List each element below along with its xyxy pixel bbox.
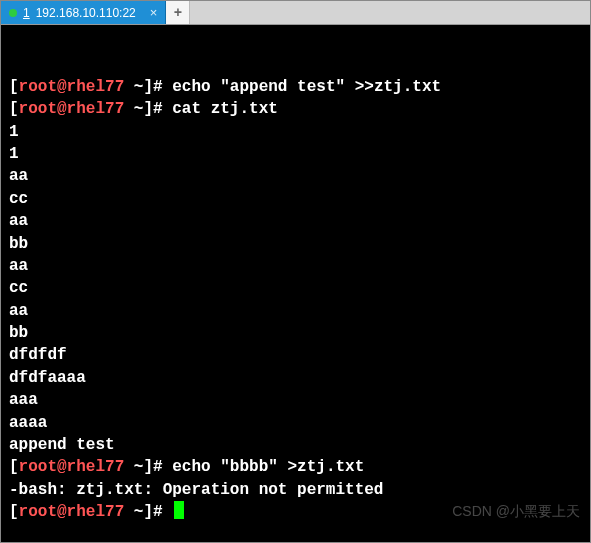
output-text: aaaa <box>9 412 47 434</box>
prompt-path: ~]# <box>124 456 172 478</box>
terminal-output-line: bb <box>9 233 582 255</box>
output-text: dfdfaaaa <box>9 367 86 389</box>
terminal-output-line: aaaa <box>9 412 582 434</box>
terminal-output-line: dfdfaaaa <box>9 367 582 389</box>
terminal-command-line: [root@rhel77 ~]# echo "append test" >>zt… <box>9 76 582 98</box>
prompt-userhost: root@rhel77 <box>19 456 125 478</box>
terminal-output-line: dfdfdf <box>9 344 582 366</box>
output-text: -bash: ztj.txt: Operation not permitted <box>9 479 383 501</box>
cursor-icon <box>174 501 184 519</box>
terminal-output-line: bb <box>9 322 582 344</box>
output-text: cc <box>9 277 28 299</box>
terminal-output-line: append test <box>9 434 582 456</box>
output-text: aa <box>9 300 28 322</box>
tab-number: 1 <box>23 6 30 20</box>
output-text: 1 <box>9 121 19 143</box>
terminal-output-line: cc <box>9 277 582 299</box>
prompt-path: ~]# <box>124 76 172 98</box>
output-text: aaa <box>9 389 38 411</box>
terminal-window: 1 192.168.10.110:22 × + [root@rhel77 ~]#… <box>0 0 591 543</box>
tab-session-1[interactable]: 1 192.168.10.110:22 × <box>1 1 166 24</box>
terminal-output-line: -bash: ztj.txt: Operation not permitted <box>9 479 582 501</box>
terminal-output-line: aa <box>9 210 582 232</box>
terminal-output[interactable]: [root@rhel77 ~]# echo "append test" >>zt… <box>1 25 590 542</box>
command-text: cat ztj.txt <box>172 98 278 120</box>
output-text: aa <box>9 255 28 277</box>
terminal-output-line: cc <box>9 188 582 210</box>
terminal-output-line: aa <box>9 255 582 277</box>
prompt-path: ~]# <box>124 98 172 120</box>
terminal-output-line: aa <box>9 165 582 187</box>
prompt-bracket-open: [ <box>9 76 19 98</box>
prompt-bracket-open: [ <box>9 456 19 478</box>
output-text: append test <box>9 434 115 456</box>
tab-title: 192.168.10.110:22 <box>36 6 136 20</box>
command-text: echo "bbbb" >ztj.txt <box>172 456 364 478</box>
terminal-output-line: aaa <box>9 389 582 411</box>
terminal-command-line: [root@rhel77 ~]# echo "bbbb" >ztj.txt <box>9 456 582 478</box>
output-text: aa <box>9 165 28 187</box>
prompt-userhost: root@rhel77 <box>19 98 125 120</box>
output-text: cc <box>9 188 28 210</box>
terminal-output-line: aa <box>9 300 582 322</box>
prompt-bracket-open: [ <box>9 98 19 120</box>
tab-bar: 1 192.168.10.110:22 × + <box>1 1 590 25</box>
connection-status-icon <box>9 9 17 17</box>
terminal-command-line: [root@rhel77 ~]# cat ztj.txt <box>9 98 582 120</box>
plus-icon: + <box>174 5 182 21</box>
prompt-bracket-open: [ <box>9 501 19 523</box>
prompt-userhost: root@rhel77 <box>19 501 125 523</box>
command-text: echo "append test" >>ztj.txt <box>172 76 441 98</box>
prompt-userhost: root@rhel77 <box>19 76 125 98</box>
prompt-path: ~]# <box>124 501 172 523</box>
output-text: bb <box>9 233 28 255</box>
terminal-output-line: 1 <box>9 121 582 143</box>
terminal-output-line: 1 <box>9 143 582 165</box>
close-icon[interactable]: × <box>150 5 158 20</box>
output-text: dfdfdf <box>9 344 67 366</box>
output-text: aa <box>9 210 28 232</box>
terminal-command-line: [root@rhel77 ~]# <box>9 501 582 523</box>
new-tab-button[interactable]: + <box>166 1 190 24</box>
output-text: 1 <box>9 143 19 165</box>
output-text: bb <box>9 322 28 344</box>
